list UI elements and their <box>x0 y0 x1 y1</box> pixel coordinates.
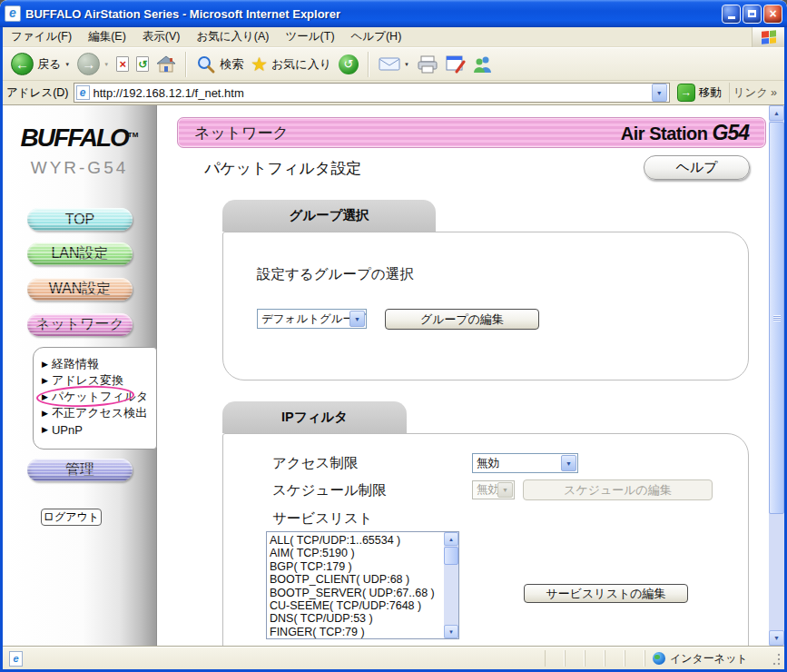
listbox-scrollbar[interactable]: ▲ ▼ <box>444 532 458 638</box>
favorites-label: お気に入り <box>271 56 331 73</box>
menu-help[interactable]: ヘルプ(H) <box>343 27 410 46</box>
toolbar: ← 戻る ▼ → ▼ × ↺ <box>3 47 784 81</box>
page-scrollbar-thumb[interactable] <box>769 122 784 514</box>
help-button[interactable]: ヘルプ <box>644 155 750 180</box>
scroll-down-icon[interactable]: ▼ <box>444 625 458 638</box>
banner-title: ネットワーク <box>194 123 289 143</box>
forward-dropdown-icon: ▼ <box>103 62 109 67</box>
access-restriction-dropdown[interactable]: 無効 ▼ <box>472 453 578 473</box>
schedule-restriction-value: 無効 <box>477 482 499 498</box>
windows-logo <box>752 27 784 47</box>
dropdown-arrow-icon: ▼ <box>349 311 365 327</box>
address-label: アドレス(D) <box>6 85 69 101</box>
close-button[interactable]: × <box>763 5 782 24</box>
stop-button[interactable]: × <box>113 54 132 74</box>
status-panel <box>565 650 585 667</box>
close-icon: × <box>769 6 776 21</box>
maximize-button[interactable] <box>743 5 762 24</box>
schedule-restriction-label: スケジュール制限 <box>272 481 387 500</box>
refresh-icon: ↺ <box>136 56 149 72</box>
refresh-button[interactable]: ↺ <box>133 54 152 74</box>
browser-window: e BUFFALO AirStation Series - Microsoft … <box>0 0 787 672</box>
favorites-button[interactable]: ★ お気に入り <box>248 53 334 75</box>
resize-grip[interactable] <box>769 650 782 667</box>
bullet-icon: ▶ <box>42 425 48 434</box>
address-dropdown-button[interactable]: ▼ <box>652 84 667 102</box>
group-edit-button[interactable]: グループの編集 <box>385 309 539 330</box>
home-icon <box>156 55 176 74</box>
page-favicon: e <box>76 85 90 100</box>
print-button[interactable] <box>414 54 441 75</box>
history-icon: ↺ <box>339 54 359 74</box>
mail-dropdown-icon[interactable]: ▼ <box>404 62 409 67</box>
messenger-button[interactable] <box>470 54 496 75</box>
back-button[interactable]: ← 戻る ▼ <box>8 51 73 77</box>
list-item[interactable]: AIM( TCP:5190 ) <box>270 547 443 559</box>
menu-file[interactable]: ファイル(F) <box>3 27 80 46</box>
links-chevron-icon: » <box>771 86 777 99</box>
sidebar-item-admin[interactable]: 管理 <box>27 459 133 481</box>
sidebar-item-lan[interactable]: LAN設定 <box>27 242 133 265</box>
status-panel <box>625 650 644 667</box>
page-scrollbar-track[interactable] <box>769 515 784 630</box>
listbox-scrollbar-thumb[interactable] <box>444 547 458 565</box>
links-button[interactable]: リンク » <box>729 83 781 103</box>
page-scrollbar[interactable]: ▲ ▼ <box>769 105 784 646</box>
back-dropdown-icon[interactable]: ▼ <box>64 62 70 67</box>
listbox-scrollbar-track[interactable] <box>444 566 458 625</box>
list-item[interactable]: BOOTP_CLIENT( UDP:68 ) <box>270 573 443 586</box>
search-icon <box>196 54 216 74</box>
address-bar: アドレス(D) e ▼ → 移動 リンク » <box>3 81 784 105</box>
submenu-item-address-translation[interactable]: ▶ アドレス変換 <box>42 372 156 389</box>
sidebar-item-top[interactable]: TOP <box>27 208 133 231</box>
maximize-icon <box>748 10 756 17</box>
group-select-dropdown[interactable]: デフォルトグループ ▼ <box>257 309 367 329</box>
minimize-button[interactable] <box>722 5 741 24</box>
back-icon: ← <box>11 53 34 75</box>
logout-button[interactable]: ログアウト <box>41 509 102 526</box>
access-restriction-value: 無効 <box>477 456 499 471</box>
title-bar: e BUFFALO AirStation Series - Microsoft … <box>0 0 787 27</box>
home-button[interactable] <box>153 54 179 75</box>
search-button[interactable]: 検索 <box>193 53 246 76</box>
bullet-icon: ▶ <box>42 360 48 369</box>
history-button[interactable]: ↺ <box>336 53 361 76</box>
scroll-up-icon[interactable]: ▲ <box>769 105 784 121</box>
security-zone-label: インターネット <box>670 651 748 667</box>
submenu-item-routing[interactable]: ▶ 経路情報 <box>42 356 156 372</box>
sidebar-item-network[interactable]: ネットワーク <box>27 313 133 336</box>
submenu-item-intrusion-detection[interactable]: ▶ 不正アクセス検出 <box>42 405 156 421</box>
group-select-prompt: 設定するグループの選択 <box>257 265 414 284</box>
list-item[interactable]: DNS( TCP/UDP:53 ) <box>270 612 443 625</box>
menu-view[interactable]: 表示(V) <box>134 27 189 46</box>
list-item[interactable]: BGP( TCP:179 ) <box>270 560 443 573</box>
submenu-item-packet-filter[interactable]: ▶ パケットフィルタ <box>42 389 156 405</box>
schedule-edit-button: スケジュールの編集 <box>523 479 713 500</box>
list-item[interactable]: CU-SEEME( TCP/UDP:7648 ) <box>270 599 443 612</box>
scroll-up-icon[interactable]: ▲ <box>444 532 458 546</box>
go-button[interactable]: → 移動 <box>674 84 724 102</box>
sidebar-item-wan[interactable]: WAN設定 <box>27 278 133 301</box>
model-label: WYR-G54 <box>3 158 156 178</box>
status-panel <box>585 650 605 667</box>
list-item[interactable]: ALL( TCP/UDP:1..65534 ) <box>270 534 443 547</box>
back-label: 戻る <box>37 56 61 73</box>
service-list-edit-button[interactable]: サービスリストの編集 <box>524 584 688 603</box>
menu-tools[interactable]: ツール(T) <box>278 27 343 46</box>
window-title: BUFFALO AirStation Series - Microsoft In… <box>21 7 720 21</box>
page-title: パケットフィルタ設定 <box>204 158 361 179</box>
submenu-item-upnp[interactable]: ▶ UPnP <box>42 421 156 438</box>
menu-favorites[interactable]: お気に入り(A) <box>188 27 277 46</box>
ip-filter-tab: IPフィルタ <box>222 401 407 433</box>
edit-button[interactable] <box>443 54 468 75</box>
address-input[interactable] <box>93 86 648 100</box>
menu-edit[interactable]: 編集(E) <box>80 27 134 46</box>
scroll-down-icon[interactable]: ▼ <box>769 630 784 646</box>
service-list-items[interactable]: ALL( TCP/UDP:1..65534 ) AIM( TCP:5190 ) … <box>267 532 444 638</box>
forward-button[interactable]: → ▼ <box>74 51 112 77</box>
mail-button[interactable]: ▼ <box>376 54 412 74</box>
list-item[interactable]: FINGER( TCP:79 ) <box>270 626 443 638</box>
group-select-box <box>222 232 749 380</box>
service-listbox[interactable]: ALL( TCP/UDP:1..65534 ) AIM( TCP:5190 ) … <box>266 531 459 639</box>
list-item[interactable]: BOOTP_SERVER( UDP:67..68 ) <box>270 587 443 599</box>
